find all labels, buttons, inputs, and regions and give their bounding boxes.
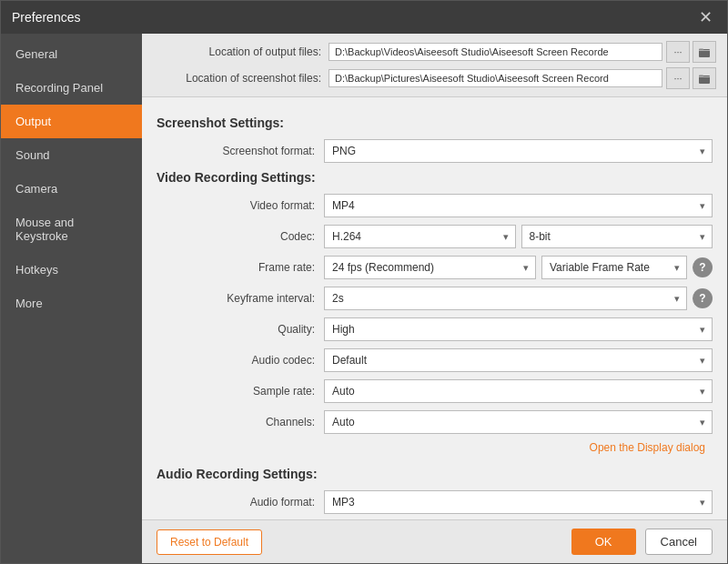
channels-select-wrapper: AutoMonoStereo (324, 410, 713, 434)
codec-row: Codec: H.264H.265 8-bit10-bit (142, 225, 713, 248)
screenshot-format-select[interactable]: PNG JPG BMP (324, 139, 713, 163)
footer-right: OK Cancel (571, 529, 713, 555)
audio-codec-row: Audio codec: DefaultAACMP3 (142, 348, 713, 372)
sidebar-item-mouse-keystroke[interactable]: Mouse and Keystroke (1, 206, 142, 253)
sample-rate-row: Sample rate: Auto44100 Hz48000 Hz (142, 379, 713, 403)
screenshot-path-buttons: ··· (666, 67, 716, 89)
window-title: Preferences (12, 10, 80, 25)
keyframe-row: Keyframe interval: 2s1s3s ? (142, 287, 713, 310)
output-path-buttons: ··· (666, 41, 716, 63)
scrollable-content: Screenshot Settings: Screenshot format: … (142, 97, 727, 519)
audio-format-label: Audio format: (142, 496, 324, 509)
sidebar-item-camera[interactable]: Camera (1, 172, 142, 206)
audio-codec-select[interactable]: DefaultAACMP3 (324, 348, 713, 372)
channels-label: Channels: (142, 416, 324, 428)
cancel-button[interactable]: Cancel (645, 529, 713, 555)
screenshot-format-row: Screenshot format: PNG JPG BMP (142, 139, 713, 163)
top-paths: Location of output files: D:\Backup\Vide… (142, 34, 727, 97)
sidebar-item-hotkeys[interactable]: Hotkeys (1, 253, 142, 287)
audio-format-select[interactable]: MP3AACFLACWAV (324, 490, 713, 514)
sample-rate-label: Sample rate: (142, 385, 324, 398)
open-display-link[interactable]: Open the Display dialog (590, 441, 705, 454)
screenshot-path-label: Location of screenshot files: (153, 72, 321, 85)
screenshot-folder-button[interactable] (693, 67, 716, 89)
screenshot-format-select-wrapper: PNG JPG BMP (324, 139, 713, 163)
frame-rate-control: 24 fps (Recommend)30 fps60 fps Variable … (324, 256, 713, 279)
audio-codec-label: Audio codec: (142, 354, 324, 367)
sample-rate-select-wrapper: Auto44100 Hz48000 Hz (324, 379, 713, 403)
sidebar-item-general[interactable]: General (1, 37, 142, 71)
footer: Reset to Default OK Cancel (142, 519, 727, 563)
codec-select-wrapper: H.264H.265 (324, 225, 516, 248)
channels-select[interactable]: AutoMonoStereo (324, 410, 713, 434)
quality-select[interactable]: HighMediumLowLossless (324, 317, 713, 341)
ok-button[interactable]: OK (571, 529, 636, 555)
variable-frame-rate-select-wrapper: Variable Frame RateFixed Frame Rate (541, 256, 687, 279)
sidebar-item-more[interactable]: More (1, 287, 142, 320)
quality-row: Quality: HighMediumLowLossless (142, 317, 713, 341)
variable-frame-rate-select[interactable]: Variable Frame RateFixed Frame Rate (541, 256, 687, 279)
channels-row: Channels: AutoMonoStereo (142, 410, 713, 434)
output-folder-button[interactable] (693, 41, 716, 63)
right-panel: Location of output files: D:\Backup\Vide… (142, 34, 727, 563)
sidebar-item-sound[interactable]: Sound (1, 138, 142, 172)
channels-control: AutoMonoStereo (324, 410, 713, 434)
screenshot-dots-button[interactable]: ··· (666, 67, 690, 89)
video-format-control: MP4MOVAVI (324, 194, 713, 217)
audio-codec-select-wrapper: DefaultAACMP3 (324, 348, 713, 372)
codec-control: H.264H.265 8-bit10-bit (324, 225, 713, 248)
codec-select[interactable]: H.264H.265 (324, 225, 516, 248)
frame-rate-dual-select: 24 fps (Recommend)30 fps60 fps Variable … (324, 256, 687, 279)
keyframe-label: Keyframe interval: (142, 292, 324, 305)
close-button[interactable]: ✕ (694, 6, 716, 28)
video-section-title: Video Recording Settings: (157, 170, 713, 185)
sample-rate-control: Auto44100 Hz48000 Hz (324, 379, 713, 403)
screenshot-format-control: PNG JPG BMP (324, 139, 713, 163)
keyframe-select-wrapper: 2s1s3s (324, 287, 687, 310)
open-display-row: Open the Display dialog (142, 441, 713, 459)
quality-select-wrapper: HighMediumLowLossless (324, 317, 713, 341)
screenshot-path-row: Location of screenshot files: D:\Backup\… (153, 67, 716, 89)
frame-rate-row: Frame rate: 24 fps (Recommend)30 fps60 f… (142, 256, 713, 279)
sample-rate-select[interactable]: Auto44100 Hz48000 Hz (324, 379, 713, 403)
main-content: General Recording Panel Output Sound Cam… (1, 34, 727, 563)
video-format-select[interactable]: MP4MOVAVI (324, 194, 713, 217)
video-format-select-wrapper: MP4MOVAVI (324, 194, 713, 217)
audio-section-title: Audio Recording Settings: (157, 467, 713, 481)
audio-format-control: MP3AACFLACWAV (324, 490, 713, 514)
video-format-row: Video format: MP4MOVAVI (142, 194, 713, 217)
quality-label: Quality: (142, 323, 324, 336)
preferences-window: Preferences ✕ General Recording Panel Ou… (0, 0, 728, 564)
audio-format-select-wrapper: MP3AACFLACWAV (324, 490, 713, 514)
sidebar-item-recording-panel[interactable]: Recording Panel (1, 71, 142, 105)
frame-rate-select[interactable]: 24 fps (Recommend)30 fps60 fps (324, 256, 536, 279)
output-path-value: D:\Backup\Videos\Aiseesoft Studio\Aisees… (329, 43, 662, 61)
keyframe-help-button[interactable]: ? (693, 288, 713, 308)
output-dots-button[interactable]: ··· (666, 41, 690, 63)
screenshot-format-label: Screenshot format: (142, 145, 324, 157)
reset-button[interactable]: Reset to Default (157, 529, 262, 555)
bit-depth-select-wrapper: 8-bit10-bit (521, 225, 713, 248)
codec-label: Codec: (142, 230, 324, 243)
codec-dual-select: H.264H.265 8-bit10-bit (324, 225, 713, 248)
keyframe-control: 2s1s3s ? (324, 287, 713, 310)
screenshot-path-value: D:\Backup\Pictures\Aiseesoft Studio\Aise… (329, 69, 662, 87)
video-format-label: Video format: (142, 199, 324, 212)
frame-rate-select-wrapper: 24 fps (Recommend)30 fps60 fps (324, 256, 536, 279)
frame-rate-label: Frame rate: (142, 261, 324, 274)
bit-depth-select[interactable]: 8-bit10-bit (521, 225, 713, 248)
audio-codec-control: DefaultAACMP3 (324, 348, 713, 372)
titlebar: Preferences ✕ (1, 1, 727, 34)
keyframe-select[interactable]: 2s1s3s (324, 287, 687, 310)
quality-control: HighMediumLowLossless (324, 317, 713, 341)
output-path-row: Location of output files: D:\Backup\Vide… (153, 41, 716, 63)
screenshot-section-title: Screenshot Settings: (157, 116, 713, 130)
sidebar-item-output[interactable]: Output (1, 105, 142, 138)
sidebar: General Recording Panel Output Sound Cam… (1, 34, 142, 563)
audio-format-row: Audio format: MP3AACFLACWAV (142, 490, 713, 514)
output-path-label: Location of output files: (153, 45, 321, 58)
frame-rate-help-button[interactable]: ? (693, 257, 713, 277)
